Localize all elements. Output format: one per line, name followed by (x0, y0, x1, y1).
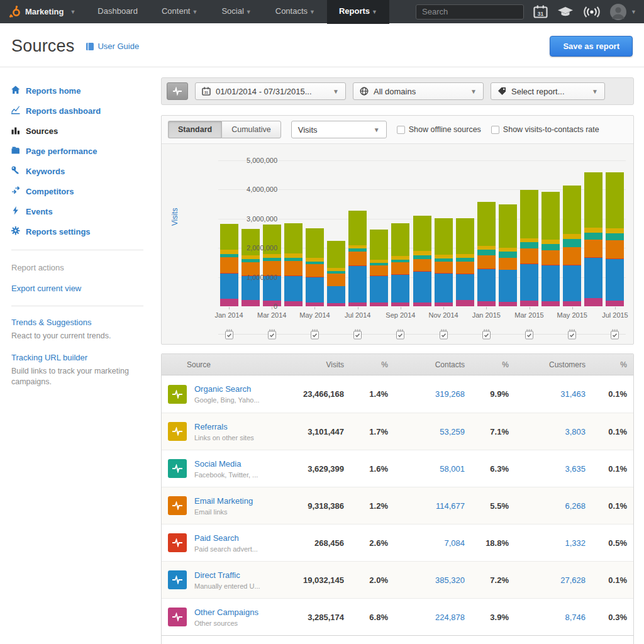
date-range-dropdown[interactable]: 31 01/01/2014 - 07/31/2015... ▼ (195, 82, 346, 100)
bar-jun-2014[interactable] (327, 241, 345, 306)
events-notepad-icon[interactable] (482, 329, 491, 342)
bar-jun-2015[interactable] (584, 172, 602, 306)
sidebar-item-label: Competitors (26, 187, 74, 196)
bar-jan-2014[interactable] (220, 224, 238, 306)
segment-referrals (413, 251, 431, 255)
bar-dec-2014[interactable] (456, 218, 474, 306)
events-notepad-icon[interactable] (610, 329, 619, 342)
bar-apr-2014[interactable] (284, 223, 303, 306)
bar-aug-2014[interactable] (370, 230, 388, 306)
sidebar-item-sources[interactable]: Sources (11, 126, 143, 136)
brand-menu[interactable]: Marketing ▼ (0, 6, 86, 18)
bar-nov-2014[interactable] (435, 218, 453, 306)
cumulative-mode-button[interactable]: Cumulative (221, 121, 281, 138)
notifications-broadcast-icon[interactable] (583, 6, 601, 18)
table-row: ReferralsLinks on other sites3,101,4471.… (162, 413, 633, 450)
nav-item-contacts[interactable]: Contacts▼ (264, 0, 327, 24)
segment-email-marketing (584, 240, 602, 257)
source-name-cell: Organic SearchGoogle, Bing, Yaho... (189, 384, 274, 404)
save-as-report-button[interactable]: Save as report (550, 36, 633, 57)
x-tick (443, 307, 444, 309)
contacts-cell[interactable]: 7,084 (388, 538, 465, 548)
bar-apr-2015[interactable] (541, 192, 560, 306)
select-report-dropdown[interactable]: Select report... ▼ (491, 82, 605, 100)
customers-cell[interactable]: 3,635 (509, 464, 586, 474)
customers-cell[interactable]: 31,463 (509, 389, 586, 399)
metric-dropdown[interactable]: Visits ▼ (291, 121, 387, 138)
source-link[interactable]: Direct Traffic (189, 570, 274, 580)
customers-cell[interactable]: 3,803 (509, 427, 586, 436)
bar-oct-2014[interactable] (413, 216, 431, 306)
source-link[interactable]: Organic Search (189, 384, 274, 394)
segment-referrals (563, 234, 581, 239)
user-guide-link[interactable]: User Guide (86, 42, 139, 51)
customers-pct-cell: 0.1% (586, 501, 627, 511)
stacked-bar-chart: Visits 01,000,0002,000,0003,000,0004,000… (162, 144, 633, 344)
events-notepad-icon[interactable] (567, 329, 577, 342)
nav-item-social[interactable]: Social▼ (209, 0, 263, 24)
bar-may-2015[interactable] (563, 186, 581, 307)
source-pulse-icon (168, 422, 187, 441)
search-input[interactable] (416, 4, 524, 19)
bar-sep-2014[interactable] (391, 223, 409, 306)
source-link[interactable]: Referrals (189, 422, 274, 431)
sidebar-item-page-performance[interactable]: Page performance (11, 146, 143, 157)
standard-mode-button[interactable]: Standard (168, 121, 221, 138)
events-notepad-icon[interactable] (267, 329, 277, 342)
bar-feb-2015[interactable] (499, 204, 517, 306)
show-visits-to-contacts-checkbox[interactable]: Show visits-to-contacts rate (491, 125, 599, 134)
visits-cell: 23,466,168 (274, 389, 344, 399)
calendar-icon[interactable]: 31 (533, 5, 548, 18)
sidebar-item-keywords[interactable]: Keywords (11, 166, 143, 177)
customers-cell[interactable]: 8,746 (509, 613, 586, 622)
source-link[interactable]: Paid Search (189, 533, 274, 543)
sidebar-item-reports-home[interactable]: Reports home (11, 86, 143, 96)
show-offline-sources-checkbox[interactable]: Show offline sources (397, 125, 481, 134)
bar-mar-2015[interactable] (520, 190, 538, 306)
events-notepad-icon[interactable] (225, 329, 234, 342)
contacts-cell[interactable]: 385,320 (388, 575, 465, 585)
events-notepad-icon[interactable] (353, 329, 362, 342)
bar-mar-2014[interactable] (263, 225, 281, 306)
sidebar-item-reports-dashboard[interactable]: Reports dashboard (11, 106, 143, 116)
contacts-cell[interactable]: 53,259 (388, 427, 465, 436)
svg-text:31: 31 (538, 11, 544, 17)
contacts-cell[interactable]: 114,677 (388, 501, 465, 511)
contacts-cell[interactable]: 58,001 (388, 464, 465, 474)
sources-pulse-button[interactable] (167, 82, 188, 100)
avatar[interactable]: ▼ (610, 4, 636, 20)
export-current-view-link[interactable]: Export current view (11, 284, 143, 293)
filter-bar: 31 01/01/2014 - 07/31/2015... ▼ All doma… (161, 77, 634, 105)
customers-cell[interactable]: 27,628 (509, 575, 586, 585)
customers-cell[interactable]: 1,332 (509, 538, 586, 548)
trends-suggestions-link[interactable]: Trends & Suggestions (11, 318, 143, 327)
contacts-pct-cell: 9.9% (465, 389, 509, 399)
events-notepad-icon[interactable] (396, 329, 405, 342)
source-link[interactable]: Email Marketing (189, 496, 274, 506)
sidebar-item-reports-settings[interactable]: Reports settings (11, 226, 143, 237)
academy-cap-icon[interactable] (557, 6, 574, 18)
tracking-url-builder-link[interactable]: Tracking URL builder (11, 353, 143, 362)
contacts-cell[interactable]: 224,878 (388, 613, 465, 622)
domains-dropdown[interactable]: All domains ▼ (353, 82, 484, 100)
nav-item-reports[interactable]: Reports▼ (327, 0, 389, 24)
nav-item-content[interactable]: Content▼ (150, 0, 209, 24)
bar-jan-2015[interactable] (477, 202, 496, 306)
sidebar-item-competitors[interactable]: Competitors (11, 186, 143, 197)
source-name-cell: Email MarketingEmail links (189, 496, 274, 516)
events-notepad-icon[interactable] (525, 329, 534, 342)
events-notepad-icon[interactable] (310, 329, 319, 342)
source-link[interactable]: Other Campaigns (189, 608, 274, 617)
source-link[interactable]: Social Media (189, 459, 274, 469)
bar-may-2014[interactable] (306, 228, 324, 306)
bar-jul-2015[interactable] (606, 172, 624, 306)
events-notepad-icon[interactable] (439, 329, 448, 342)
table-row: Social MediaFacebook, Twitter, ...3,629,… (162, 450, 633, 487)
nav-item-dashboard[interactable]: Dashboard (86, 0, 150, 24)
sidebar-item-events[interactable]: Events (11, 206, 143, 217)
bar-feb-2014[interactable] (242, 229, 260, 306)
contacts-cell[interactable]: 319,268 (388, 389, 465, 399)
customers-cell[interactable]: 6,268 (509, 501, 586, 511)
column-header-6: % (586, 360, 627, 369)
bar-jul-2014[interactable] (348, 211, 367, 306)
